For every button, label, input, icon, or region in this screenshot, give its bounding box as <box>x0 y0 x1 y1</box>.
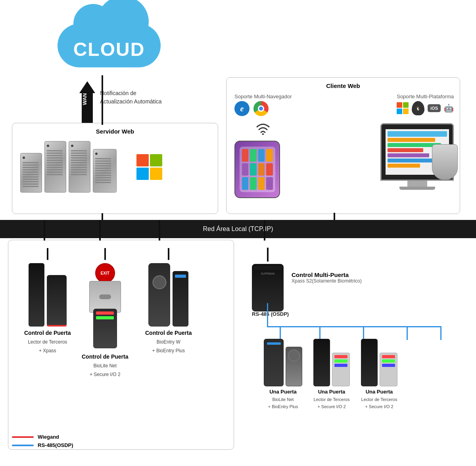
tablet-device <box>234 141 292 198</box>
cable-d3-top <box>168 248 169 260</box>
multiport-section: SUPREMA <box>252 248 284 311</box>
platform-android-icon: 🤖 <box>444 103 454 113</box>
server-tower-3 <box>69 141 90 193</box>
servidor-title: Servidor Web <box>96 128 134 135</box>
legend-wiegand: Wiegand <box>12 434 73 440</box>
sub-d1b-sensor <box>288 350 300 361</box>
rs485-section: RS-485 (OSDP) <box>252 311 289 317</box>
cable-right-top <box>267 248 269 262</box>
svg-point-0 <box>262 134 264 135</box>
server-tower-1 <box>20 153 42 193</box>
win-yellow <box>150 168 162 180</box>
left-devices-panel: Control de Puerta Lector de Terceros + X… <box>8 240 234 450</box>
legend-rs485: RS-485(OSDP) <box>12 442 73 448</box>
door1-sub1: Lector de Terceros <box>28 339 67 345</box>
xpass-brand: SUPREMA <box>261 272 275 275</box>
sub3-name: Una Puerta <box>366 389 393 395</box>
win-blue <box>136 168 149 180</box>
browsers-section: Soporte Multi-Navegador e <box>234 94 292 198</box>
sub-d3b-r1 <box>382 355 395 358</box>
sub-d3b-r3 <box>382 364 395 367</box>
sub-device-3a <box>361 339 378 386</box>
right-devices-panel: SUPREMA Control Multi-Puerta Xpass S2(So… <box>240 240 466 450</box>
reader-blue-led <box>175 275 186 278</box>
lan-bar: Red Área Local (TCP/IP) <box>0 220 476 238</box>
cable-cloud-servidor <box>102 75 103 125</box>
chrome-inner <box>258 105 264 112</box>
sub-pair-1 <box>264 339 302 386</box>
chrome-icon <box>253 101 269 116</box>
rs485-label: RS-485 (OSDP) <box>252 311 289 317</box>
door3-sub1: BioEntry W <box>157 339 180 345</box>
rs485-branch-3 <box>363 326 364 340</box>
sub-device-2b <box>332 353 350 386</box>
device-1b <box>47 275 67 327</box>
legend-wiegand-line <box>12 436 34 438</box>
legend-wiegand-label: Wiegand <box>38 434 59 440</box>
xpass-top-bar <box>254 266 282 270</box>
cloud-icon: CLOUD <box>58 4 161 67</box>
device-led-green <box>96 316 114 319</box>
door-device-3: Control de Puerta BioEntry W + BioEntry … <box>145 248 192 353</box>
rs485-branch-1 <box>280 326 281 340</box>
door-device-1: Control de Puerta Lector de Terceros + X… <box>24 248 71 353</box>
sub-device-1a <box>264 339 284 386</box>
door3-name: Control de Puerta <box>145 330 192 336</box>
cable-lp1-lan <box>44 220 45 241</box>
cliente-title: Cliente Web <box>326 82 360 89</box>
legend-rs485-label: RS-485(OSDP) <box>38 442 73 448</box>
server-towers <box>20 141 117 193</box>
sub2-sub2: + Secure I/O 2 <box>317 404 345 409</box>
cable-lp3-lan <box>159 220 160 241</box>
cable-rp-lan <box>264 220 265 241</box>
wan-notification: Notificación de Actualización Automática <box>100 89 162 106</box>
wifi-icon <box>234 121 292 138</box>
door3-sub2: + BioEntry Plus <box>152 348 185 353</box>
ie-icon: e <box>234 101 250 116</box>
sub-device-2a <box>313 339 330 386</box>
biolite-device <box>93 309 117 348</box>
sub3-sub1: Lector de Terceros <box>361 397 397 402</box>
bioentry-w <box>148 263 170 327</box>
sub-device-3b <box>380 353 397 386</box>
wall-plate <box>89 281 121 313</box>
sub-device-group-1: Una Puerta BioLite Net + BioEntry Plus <box>264 339 302 409</box>
exit-button: EXIT <box>95 263 115 283</box>
cliente-box: Cliente Web Soporte Multi-Navegador e <box>226 77 460 214</box>
legend-rs485-line <box>12 445 34 446</box>
sub3-sub2: + Secure I/O 2 <box>365 404 393 409</box>
device-1b-wrap <box>47 275 67 327</box>
windows-logo <box>136 154 162 180</box>
sub-pair-2 <box>313 339 350 386</box>
cloud-label: CLOUD <box>58 38 161 60</box>
fingerprint-sensor <box>152 275 166 289</box>
device-3-pair <box>148 263 188 327</box>
multi-puerta-sub: Xpass S2(Solamente Biométrico) <box>292 278 362 284</box>
rs485-branch-5 <box>440 326 441 340</box>
win-red <box>136 154 149 166</box>
door1-sub2: + Xpass <box>39 348 56 353</box>
server-tower-2 <box>44 141 66 193</box>
device-1-red-accent <box>47 325 67 327</box>
rs485-branch-4 <box>407 326 408 340</box>
sub-pair-3 <box>361 339 397 386</box>
sub-d2b-r3 <box>334 364 347 367</box>
lan-label: Red Área Local (TCP/IP) <box>203 225 273 233</box>
sub-device-group-2: Una Puerta Lector de Terceros + Secure I… <box>313 339 350 409</box>
servidor-content <box>20 141 162 193</box>
cable-d2-top <box>104 248 106 260</box>
sub-device-1b <box>286 347 302 386</box>
browsers-label: Soporte Multi-Navegador <box>234 94 292 99</box>
servidor-box: Servidor Web <box>12 123 218 214</box>
arrow-up-icon <box>79 81 95 93</box>
rs485-main-cable <box>267 303 268 327</box>
fingerprint-device <box>432 144 458 180</box>
platform-windows-icon <box>397 102 409 114</box>
sub2-name: Una Puerta <box>318 389 345 395</box>
sub-d3b-r2 <box>382 359 395 363</box>
sub2-sub1: Lector de Terceros <box>314 397 350 402</box>
sub-d2b-r1 <box>334 355 347 358</box>
sub-devices-row: Una Puerta BioLite Net + BioEntry Plus U… <box>264 339 397 409</box>
device-1a <box>29 263 44 327</box>
browser-icons: e <box>234 101 292 116</box>
